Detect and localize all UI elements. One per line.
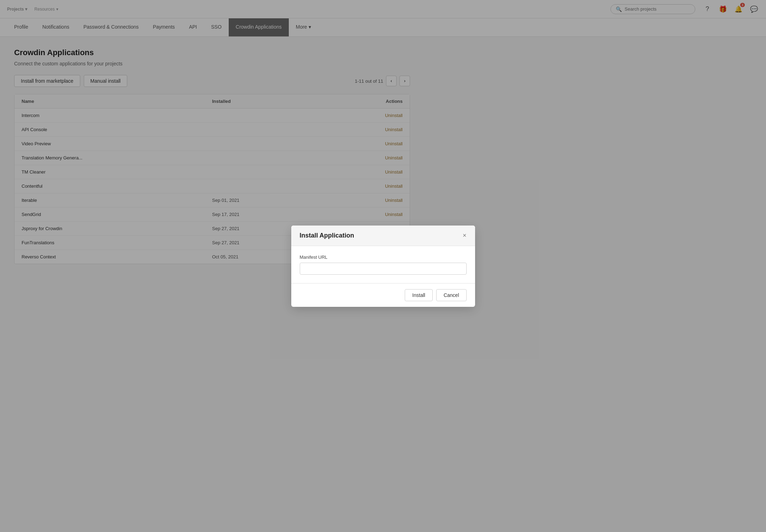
modal-close-button[interactable]: × xyxy=(463,232,467,239)
install-application-modal: Install Application × Manifest URL Insta… xyxy=(291,226,475,276)
modal-overlay[interactable]: Install Application × Manifest URL Insta… xyxy=(0,0,766,275)
modal-title: Install Application xyxy=(300,232,354,239)
modal-body: Manifest URL xyxy=(291,246,475,276)
modal-header: Install Application × xyxy=(291,226,475,246)
manifest-url-input[interactable] xyxy=(300,263,467,275)
manifest-url-label: Manifest URL xyxy=(300,255,467,260)
